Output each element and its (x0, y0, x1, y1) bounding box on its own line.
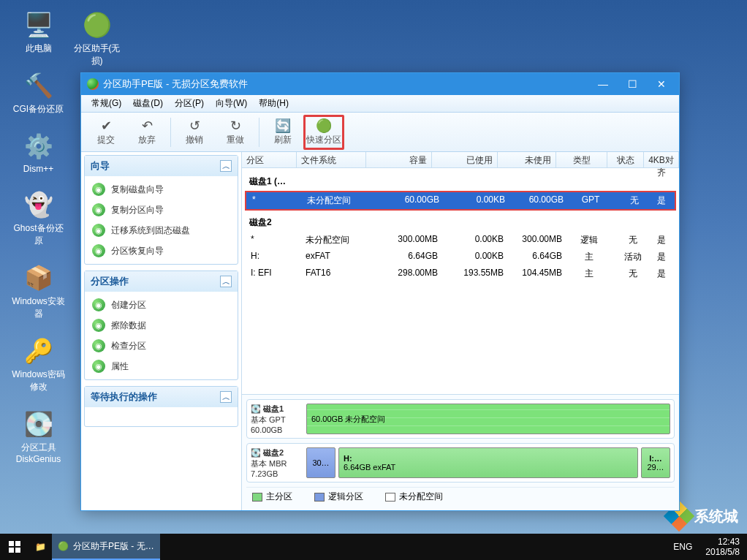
item-icon: ◉ (92, 183, 105, 196)
legend: 主分区 逻辑分区 未分配空间 (246, 487, 675, 506)
taskbar-app[interactable]: 🟢 分区助手PE版 - 无… (52, 534, 160, 560)
menu-partition[interactable]: 分区(P) (169, 97, 210, 110)
disk-box[interactable]: 💽 磁盘2基本 MBR7.23GB30…H:6.64GB exFATI:…29… (246, 443, 675, 483)
panel-title: 分区操作 (91, 275, 129, 288)
desktop-icon[interactable]: 🖥️此电脑 (11, 7, 66, 55)
partition-block[interactable]: I:…29… (641, 447, 670, 478)
desktop-icon-partition-assistant[interactable]: 🟢 分区助手(无损) (69, 7, 124, 67)
disk-info: 💽 磁盘1基本 GPT60.00GB (251, 404, 302, 434)
menubar: 常规(G) 磁盘(D) 分区(P) 向导(W) 帮助(H) (81, 95, 679, 113)
menu-disk[interactable]: 磁盘(D) (127, 97, 169, 110)
disk-group[interactable]: 磁盘1 (… (245, 170, 676, 191)
sidebar: 向导︿ ◉复制磁盘向导◉复制分区向导◉迁移系统到固态磁盘◉分区恢复向导 分区操作… (81, 152, 242, 510)
sidebar-item[interactable]: ◉复制磁盘向导 (85, 179, 238, 200)
desktop-icon[interactable]: 💽分区工具DiskGenius (11, 406, 66, 464)
partition-block[interactable]: 60.00GB 未分配空间 (306, 404, 670, 434)
item-icon: ◉ (92, 339, 105, 352)
icon-label: 分区助手(无损) (69, 42, 124, 67)
desktop-icon[interactable]: ⚙️Dism++ (11, 129, 66, 174)
collapse-button[interactable]: ︿ (220, 276, 232, 287)
main-area: 分区 文件系统 容量 已使用 未使用 类型 状态 4KB对齐 磁盘1 (…*未分… (242, 152, 679, 510)
sidebar-item[interactable]: ◉分区恢复向导 (85, 241, 238, 261)
item-label: 擦除数据 (111, 319, 146, 332)
item-label: 创建分区 (111, 299, 146, 311)
item-label: 复制分区向导 (111, 204, 164, 216)
app-icon: 👻 (21, 187, 56, 222)
app-icon (87, 78, 99, 90)
item-label: 属性 (111, 360, 129, 373)
minimize-button[interactable]: — (588, 73, 618, 95)
desktop-icon[interactable]: 👻Ghost备份还原 (11, 187, 66, 247)
item-label: 复制磁盘向导 (111, 183, 164, 196)
desktop-icon[interactable]: 📦Windows安装器 (11, 260, 66, 320)
panel-title: 等待执行的操作 (91, 390, 157, 404)
refresh-button[interactable]: 🔄刷新 (262, 115, 303, 150)
commit-button[interactable]: ✔提交 (86, 115, 126, 150)
app-icon: 🖥️ (21, 7, 56, 42)
partition-row[interactable]: I: EFIFAT16298.00MB193.55MB104.45MB主无是 (245, 265, 676, 282)
app-icon: ⚙️ (21, 129, 56, 164)
disk-box[interactable]: 💽 磁盘1基本 GPT60.00GB60.00GB 未分配空间 (246, 399, 675, 439)
partition-block[interactable]: H:6.64GB exFAT (338, 447, 638, 478)
sidebar-item[interactable]: ◉检查分区 (85, 336, 238, 356)
pending-panel: 等待执行的操作︿ (84, 386, 238, 427)
disk-info: 💽 磁盘2基本 MBR7.23GB (251, 447, 302, 478)
item-label: 迁移系统到固态磁盘 (111, 224, 190, 237)
menu-help[interactable]: 帮助(H) (253, 97, 295, 110)
undo-button[interactable]: ↺撤销 (174, 115, 215, 150)
sidebar-item[interactable]: ◉擦除数据 (85, 315, 238, 336)
maximize-button[interactable]: ☐ (618, 73, 647, 95)
toolbar: ✔提交 ↶放弃 ↺撤销 ↻重做 🔄刷新 🟢快速分区 (81, 113, 679, 152)
icon-label: Windows密码修改 (11, 368, 66, 393)
app-icon: 🔨 (21, 68, 56, 103)
sidebar-item[interactable]: ◉迁移系统到固态磁盘 (85, 220, 238, 241)
undo-icon: ↺ (186, 118, 202, 134)
partition-row[interactable]: H:exFAT6.64GB0.00KB6.64GB主活动是 (245, 249, 676, 265)
app-icon: 💽 (21, 406, 56, 442)
grid-header: 分区 文件系统 容量 已使用 未使用 类型 状态 4KB对齐 (242, 152, 679, 168)
menu-general[interactable]: 常规(G) (86, 97, 127, 110)
taskbar: 📁 🟢 分区助手PE版 - 无… ENG 12:432018/5/8 (0, 534, 747, 560)
app-icon: 📦 (21, 260, 56, 295)
sidebar-item[interactable]: ◉复制分区向导 (85, 200, 238, 220)
icon-label: 分区工具DiskGenius (11, 442, 66, 464)
partition-row[interactable]: *未分配空间60.00GB0.00KB60.00GBGPT无是 (245, 191, 676, 211)
item-icon: ◉ (92, 319, 105, 332)
titlebar[interactable]: 分区助手PE版 - 无损分区免费软件 — ☐ ✕ (81, 73, 679, 95)
window-title: 分区助手PE版 - 无损分区免费软件 (103, 77, 248, 91)
disk-icon: 🟢 (316, 118, 332, 134)
menu-wizard[interactable]: 向导(W) (210, 97, 253, 110)
item-label: 分区恢复向导 (111, 245, 164, 257)
item-icon: ◉ (92, 244, 105, 257)
quick-partition-button[interactable]: 🟢快速分区 (303, 115, 344, 150)
icon-label: Dism++ (23, 164, 53, 174)
disk-group[interactable]: 磁盘2 (245, 211, 676, 232)
lang-indicator[interactable]: ENG (667, 534, 698, 560)
redo-icon: ↻ (227, 118, 243, 134)
icon-label: 此电脑 (26, 42, 52, 55)
start-button[interactable] (0, 534, 29, 560)
app-icon: 🟢 (80, 7, 115, 42)
icon-label: Windows安装器 (11, 295, 66, 320)
collapse-button[interactable]: ︿ (220, 160, 232, 172)
icon-label: Ghost备份还原 (11, 222, 66, 247)
discard-button[interactable]: ↶放弃 (126, 115, 167, 150)
icon-label: CGI备份还原 (13, 103, 64, 116)
sidebar-item[interactable]: ◉属性 (85, 356, 238, 377)
clock[interactable]: 12:432018/5/8 (698, 537, 747, 558)
wizard-panel: 向导︿ ◉复制磁盘向导◉复制分区向导◉迁移系统到固态磁盘◉分区恢复向导 (84, 155, 238, 265)
close-button[interactable]: ✕ (647, 73, 676, 95)
disk-map: 💽 磁盘1基本 GPT60.00GB60.00GB 未分配空间💽 磁盘2基本 M… (242, 394, 679, 510)
ops-panel: 分区操作︿ ◉创建分区◉擦除数据◉检查分区◉属性 (84, 270, 238, 380)
item-icon: ◉ (92, 224, 105, 237)
partition-block[interactable]: 30… (306, 447, 335, 478)
desktop-icon[interactable]: 🔨CGI备份还原 (11, 68, 66, 116)
partition-row[interactable]: *未分配空间300.00MB0.00KB300.00MB逻辑无是 (245, 232, 676, 249)
check-icon: ✔ (98, 118, 114, 134)
sidebar-item[interactable]: ◉创建分区 (85, 295, 238, 315)
redo-button[interactable]: ↻重做 (215, 115, 256, 150)
taskbar-explorer[interactable]: 📁 (29, 534, 52, 560)
item-icon: ◉ (92, 360, 105, 373)
desktop-icon[interactable]: 🔑Windows密码修改 (11, 333, 66, 393)
collapse-button[interactable]: ︿ (220, 391, 232, 403)
